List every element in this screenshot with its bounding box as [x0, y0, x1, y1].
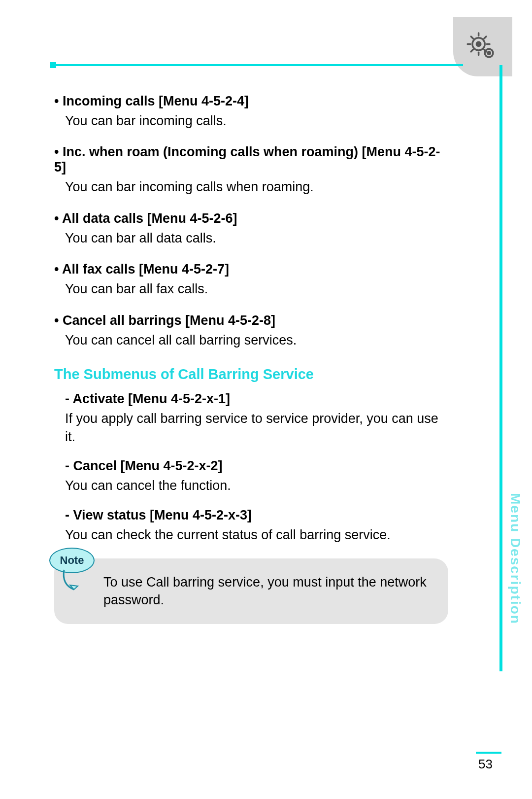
svg-line-6: [471, 36, 473, 38]
side-rule: [499, 65, 502, 671]
subitem-title: - View status [Menu 4-5-2-x-3]: [65, 508, 448, 523]
section-tab-label: Menu Description: [507, 493, 523, 625]
note-box: Note To use Call barring service, you mu…: [54, 558, 448, 624]
menu-item: All data calls [Menu 4-5-2-6] You can ba…: [54, 211, 448, 247]
item-title: Inc. when roam (Incoming calls when roam…: [54, 144, 448, 175]
menu-item: Cancel all barrings [Menu 4-5-2-8] You c…: [54, 313, 448, 349]
gear-icon: [453, 17, 512, 76]
svg-line-8: [471, 50, 473, 52]
item-desc: You can cancel all call barring services…: [65, 331, 448, 349]
svg-point-11: [488, 52, 491, 55]
menu-item: All fax calls [Menu 4-5-2-7] You can bar…: [54, 262, 448, 298]
page-number: 53: [478, 757, 493, 772]
subitem-desc: You can check the current status of call…: [65, 526, 448, 544]
subitem-desc: If you apply call barring service to ser…: [65, 410, 448, 446]
svg-point-1: [476, 42, 480, 46]
header-rule: [54, 64, 463, 66]
note-bubble-icon: Note: [49, 548, 95, 573]
item-title: Cancel all barrings [Menu 4-5-2-8]: [54, 313, 448, 328]
content-area: Incoming calls [Menu 4-5-2-4] You can ba…: [54, 94, 448, 624]
item-desc: You can bar all data calls.: [65, 229, 448, 247]
note-text: To use Call barring service, you must in…: [103, 575, 427, 607]
item-desc: You can bar all fax calls.: [65, 280, 448, 298]
page-number-rule: [476, 752, 501, 754]
submenu-item: - View status [Menu 4-5-2-x-3] You can c…: [65, 508, 448, 544]
subitem-title: - Activate [Menu 4-5-2-x-1]: [65, 391, 448, 407]
menu-item: Inc. when roam (Incoming calls when roam…: [54, 144, 448, 196]
item-title: Incoming calls [Menu 4-5-2-4]: [54, 94, 448, 109]
manual-page: Incoming calls [Menu 4-5-2-4] You can ba…: [0, 0, 532, 799]
item-desc: You can bar incoming calls.: [65, 112, 448, 130]
svg-line-9: [484, 36, 486, 38]
submenu-item: - Cancel [Menu 4-5-2-x-2] You can cancel…: [65, 458, 448, 494]
submenu-item: - Activate [Menu 4-5-2-x-1] If you apply…: [65, 391, 448, 446]
subitem-title: - Cancel [Menu 4-5-2-x-2]: [65, 458, 448, 474]
section-subhead: The Submenus of Call Barring Service: [54, 366, 448, 382]
item-desc: You can bar incoming calls when roaming.: [65, 178, 448, 196]
note-label: Note: [60, 553, 84, 568]
item-title: All fax calls [Menu 4-5-2-7]: [54, 262, 448, 277]
item-title: All data calls [Menu 4-5-2-6]: [54, 211, 448, 226]
menu-item: Incoming calls [Menu 4-5-2-4] You can ba…: [54, 94, 448, 130]
subitem-desc: You can cancel the function.: [65, 477, 448, 494]
